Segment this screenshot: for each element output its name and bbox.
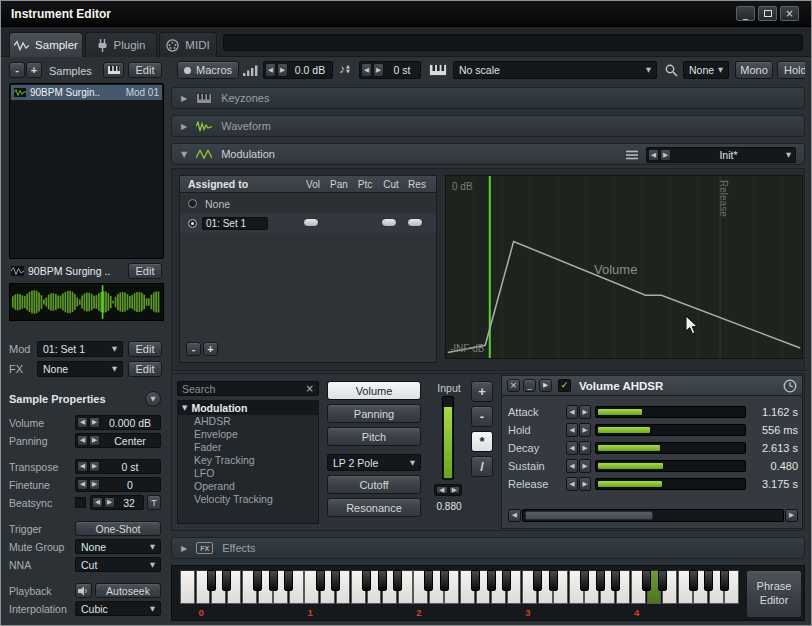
decrement-icon[interactable]: ◀ xyxy=(566,477,578,491)
tab-plugin[interactable]: Plugin xyxy=(85,32,157,57)
device-list-item-ahdsr[interactable]: AHDSR xyxy=(178,415,318,428)
piano-key-black[interactable] xyxy=(487,570,496,591)
finetune-spinner[interactable]: ◀▶0 xyxy=(75,477,161,492)
device-list-item-velocity-tracking[interactable]: Velocity Tracking xyxy=(178,493,318,506)
mod-target-pill[interactable] xyxy=(407,218,423,227)
increment-icon[interactable]: ▶ xyxy=(579,405,591,419)
piano-key-white[interactable] xyxy=(180,570,195,604)
piano-key-black[interactable] xyxy=(720,570,729,591)
decrement-icon[interactable]: ◀ xyxy=(361,63,372,77)
matrix-row-none[interactable]: None xyxy=(180,194,436,213)
fx-chain-dropdown[interactable]: None ▼ xyxy=(37,361,123,377)
volume-spinner[interactable]: ◀▶0.000 dB xyxy=(75,415,161,430)
remove-sample-button[interactable]: - xyxy=(9,62,25,78)
next-preset-icon[interactable]: ▶ xyxy=(660,149,671,161)
param-slider[interactable] xyxy=(595,478,746,490)
operator-button-divide[interactable]: / xyxy=(471,456,493,477)
scrollbar-track[interactable] xyxy=(522,509,784,522)
target-button-resonance[interactable]: Resonance xyxy=(327,498,421,517)
increment-icon[interactable]: ▶ xyxy=(579,441,591,455)
decrement-icon[interactable]: ◀ xyxy=(92,497,103,508)
mod-edit-button[interactable]: Edit xyxy=(128,341,162,357)
clock-icon[interactable] xyxy=(783,379,797,393)
properties-menu-button[interactable]: ▼ xyxy=(145,391,161,407)
mute-group-dropdown[interactable]: None▼ xyxy=(75,539,161,554)
device-list-item-envelope[interactable]: Envelope xyxy=(178,428,318,441)
add-mod-set-button[interactable]: + xyxy=(203,342,218,356)
piano-key-black[interactable] xyxy=(533,570,542,591)
increment-icon[interactable]: ▶ xyxy=(104,497,115,508)
sample-edit-button[interactable]: Edit xyxy=(128,263,162,279)
param-slider[interactable] xyxy=(595,442,746,454)
mono-button[interactable]: Mono xyxy=(735,61,773,79)
piano-key-black[interactable] xyxy=(642,570,651,591)
target-button-cutoff[interactable]: Cutoff xyxy=(327,475,421,494)
operator-button-multiply[interactable]: * xyxy=(471,431,493,452)
remove-mod-set-button[interactable]: - xyxy=(186,342,201,356)
operator-button-subtract[interactable]: - xyxy=(471,406,493,427)
decrement-icon[interactable]: ◀ xyxy=(566,441,578,455)
increment-icon[interactable]: ▶ xyxy=(449,486,461,494)
target-button-volume[interactable]: Volume xyxy=(327,381,421,400)
piano-key-black[interactable] xyxy=(549,570,558,591)
decrement-icon[interactable]: ◀ xyxy=(566,459,578,473)
device-enabled-checkbox[interactable]: ✓ xyxy=(558,379,571,392)
piano-key-black[interactable] xyxy=(284,570,293,591)
increment-icon[interactable]: ▶ xyxy=(89,417,100,428)
decrement-icon[interactable]: ◀ xyxy=(566,423,578,437)
param-slider[interactable] xyxy=(595,424,746,436)
panning-spinner[interactable]: ◀▶Center xyxy=(75,433,161,448)
beatsync-checkbox[interactable] xyxy=(75,497,86,508)
matrix-row-set1[interactable]: 01: Set 1 xyxy=(180,214,436,233)
param-slider[interactable] xyxy=(595,460,746,472)
macros-button[interactable]: Macros xyxy=(177,61,239,79)
piano-key-black[interactable] xyxy=(393,570,402,591)
device-close-button[interactable]: × xyxy=(507,379,520,392)
piano-key-black[interactable] xyxy=(704,570,713,591)
input-level-slider[interactable] xyxy=(442,396,454,480)
speaker-icon-button[interactable] xyxy=(75,583,92,598)
device-search-input[interactable]: Search × xyxy=(177,381,319,396)
scroll-right-icon[interactable]: ▶ xyxy=(785,509,798,522)
envelope-display[interactable]: 0 dB -INF dB Volume Release xyxy=(445,175,803,359)
sample-keyzone-toggle[interactable] xyxy=(103,62,124,78)
piano-key-black[interactable] xyxy=(580,570,589,591)
piano-key-black[interactable] xyxy=(424,570,433,591)
fx-edit-button[interactable]: Edit xyxy=(128,361,162,377)
phrase-editor-button[interactable]: Phrase Editor xyxy=(746,570,802,618)
minimize-button[interactable]: _ xyxy=(736,6,755,21)
mod-target-pill[interactable] xyxy=(381,218,397,227)
decrement-icon[interactable]: ◀ xyxy=(77,461,88,472)
trigger-button[interactable]: One-Shot xyxy=(75,521,161,536)
beatsync-spinner[interactable]: ◀▶32 xyxy=(90,495,144,510)
matrix-set-name[interactable]: 01: Set 1 xyxy=(202,217,268,230)
mod-set-dropdown[interactable]: 01: Set 1 ▼ xyxy=(37,341,123,357)
piano-key-black[interactable] xyxy=(269,570,278,591)
device-list-item-lfo[interactable]: LFO xyxy=(178,467,318,480)
section-modulation[interactable]: ▼ Modulation ◀ ▶ Init* ▼ xyxy=(171,143,805,165)
piano-key-black[interactable] xyxy=(331,570,340,591)
piano-keyboard[interactable] xyxy=(180,570,740,604)
target-button-pitch[interactable]: Pitch xyxy=(327,427,421,446)
modulation-preset-selector[interactable]: ◀ ▶ Init* ▼ xyxy=(646,147,796,163)
increment-icon[interactable]: ▶ xyxy=(89,435,100,446)
titlebar[interactable]: Instrument Editor xyxy=(1,1,811,27)
decrement-icon[interactable]: ◀ xyxy=(436,486,448,494)
add-sample-button[interactable]: + xyxy=(26,62,42,78)
interpolation-dropdown[interactable]: Cubic▼ xyxy=(75,601,161,616)
piano-key-black[interactable] xyxy=(316,570,325,591)
close-button[interactable]: × xyxy=(780,6,799,21)
sample-list[interactable]: 90BPM Surgin.. Mod 01 xyxy=(9,83,164,259)
decrement-icon[interactable]: ◀ xyxy=(77,479,88,490)
piano-key-black[interactable] xyxy=(689,570,698,591)
device-list-item-key-tracking[interactable]: Key Tracking xyxy=(178,454,318,467)
quantize-dropdown[interactable]: None ▼ xyxy=(683,61,729,79)
param-slider[interactable] xyxy=(595,406,746,418)
device-list-item-operand[interactable]: Operand xyxy=(178,480,318,493)
decrement-icon[interactable]: ◀ xyxy=(77,417,88,428)
scroll-left-icon[interactable]: ◀ xyxy=(508,509,521,522)
piano-key-black[interactable] xyxy=(222,570,231,591)
beatsync-mode-button[interactable]: T xyxy=(147,495,161,510)
increment-icon[interactable]: ▶ xyxy=(373,63,384,77)
filter-type-dropdown[interactable]: LP 2 Pole ▼ xyxy=(327,454,421,471)
